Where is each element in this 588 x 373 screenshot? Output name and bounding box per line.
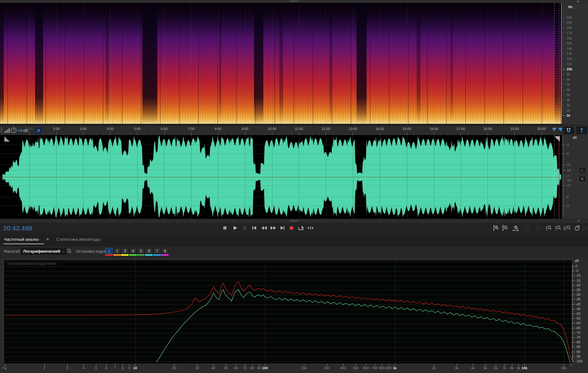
hz-tick (563, 12, 564, 13)
plot-freq-tick (226, 364, 226, 366)
hold-button-7[interactable]: 7 (154, 248, 161, 254)
plot-db-tick (572, 352, 575, 352)
plot-db-tick (572, 361, 575, 361)
timeline-major-tick (407, 132, 407, 135)
plot-db-tick (572, 337, 575, 338)
channel-badge-k[interactable]: K (579, 176, 586, 182)
copy-frame-icon[interactable] (66, 248, 72, 254)
scrollbar-arrow-icon[interactable]: ▲ (577, 219, 580, 222)
plot-freq-tick-label: 2 (43, 366, 45, 370)
fast-forward-button[interactable] (269, 224, 277, 232)
plot-freq-tick (327, 364, 327, 366)
rewind-button[interactable] (260, 224, 268, 232)
pin-playhead-button[interactable] (34, 126, 43, 135)
waveform-display[interactable] (0, 135, 562, 219)
hold-button-4[interactable]: 4 (129, 248, 137, 254)
tab-frequency-analysis[interactable]: Частотный анализ (4, 237, 39, 242)
amplitude-tick (563, 176, 565, 176)
loop-button[interactable] (297, 224, 305, 232)
hold-button-6[interactable]: 6 (145, 248, 153, 254)
marker-pin-button[interactable] (576, 126, 588, 135)
amplitude-tick-label: -18 (566, 179, 571, 182)
spectrogram-minute-gridline (110, 3, 110, 124)
hz-tick (563, 18, 564, 18)
record-button[interactable] (287, 224, 296, 232)
toolbar-grip-icon[interactable] (1, 128, 2, 133)
spectrogram-minute-gridline (245, 3, 245, 124)
plot-freq-tick-label: 300 (324, 366, 330, 370)
scale-dropdown-value: Логарифмический (23, 249, 60, 254)
play-button[interactable] (231, 224, 239, 232)
selection-start-handle[interactable] (552, 128, 556, 131)
spectrogram-minute-gridline (29, 3, 30, 124)
hz-tick-label: 13k (566, 52, 572, 55)
plot-freq-tick-label: 4 (83, 366, 84, 370)
hold-button-5[interactable]: 5 (137, 248, 144, 254)
hold-button-3[interactable]: 3 (121, 248, 129, 254)
timeline-major-tick (299, 132, 299, 135)
horizontal-scrollbar[interactable]: ▲ (0, 219, 588, 223)
selection-end-handle[interactable] (558, 128, 563, 131)
zoom-out-point-button[interactable]: } (554, 224, 562, 232)
plot-db-tick-label: -70 (575, 331, 580, 335)
skip-back-button[interactable] (250, 224, 258, 232)
stop-icon (221, 224, 229, 232)
spectrogram-minute-gridline (56, 3, 57, 124)
panel-menu-icon[interactable]: ≡ (46, 237, 49, 242)
scale-dropdown[interactable]: Логарифмический ⌄ (21, 248, 68, 255)
zoom-in-horizontal-button[interactable] (512, 224, 520, 232)
clock-icon[interactable] (10, 127, 18, 134)
tab-amplitude-statistics[interactable]: Статистика Амплитуды (56, 237, 100, 242)
plot-freq-tick (96, 364, 96, 366)
plot-freq-tick-label: 40 (211, 366, 215, 370)
timer-button[interactable] (573, 224, 581, 232)
plot-freq-tick-label: 1k (393, 366, 397, 370)
plot-db-tick-label: -60 (575, 321, 580, 325)
zoom-in-vertical-button[interactable] (492, 224, 500, 232)
level-meter-icon[interactable] (3, 127, 11, 134)
zoom-out-vertical-button[interactable] (501, 224, 509, 232)
stop-button[interactable] (221, 224, 229, 232)
db-unit-label: dB (573, 136, 577, 139)
panel-corner-widget-left[interactable] (4, 136, 10, 142)
channel-badge-l[interactable]: L (579, 168, 586, 173)
spectrogram-minute-gridline (137, 3, 138, 124)
spectrogram-quiet-band (450, 3, 453, 124)
gain-value[interactable]: +0 (18, 128, 23, 133)
zoom-in-point-button[interactable]: { (545, 224, 553, 232)
plot-db-tick-label: -40 (575, 303, 580, 306)
plot-freq-tick (512, 364, 512, 366)
time-display[interactable]: 20:42.488 (3, 225, 32, 232)
amplitude-tick (563, 197, 565, 197)
spectrogram-selection-line (554, 3, 555, 124)
plot-freq-tick-label: 900 (386, 366, 392, 370)
hold-button-8[interactable]: 8 (161, 248, 169, 254)
plot-freq-tick (84, 364, 84, 366)
magnet-button[interactable] (563, 126, 575, 135)
plot-freq-tick-label: 500 (353, 366, 358, 370)
hold-label: Остановка кадра: (76, 249, 107, 254)
plot-freq-tick (197, 364, 197, 366)
hold-color-bar-3 (121, 254, 129, 256)
hold-color-bar-5 (137, 254, 144, 256)
zoom-selection-button[interactable]: {} (563, 224, 571, 232)
hz-minor-tick (563, 103, 564, 103)
playhead-line[interactable] (559, 135, 559, 219)
skip-forward-button[interactable] (278, 224, 286, 232)
timeline-label: 17:00 (456, 127, 465, 131)
waveform-db-gridline (0, 206, 562, 206)
spot-button[interactable] (307, 224, 315, 232)
spectrogram-minute-gridline (272, 3, 272, 124)
audio-editor-window: ▼ Hz 20k19k18k17k16k15k14k13k12k11k10k9k… (0, 0, 588, 373)
plot-freq-tick (564, 364, 564, 366)
hold-button-1[interactable]: 1 (105, 248, 113, 254)
spectrogram-display[interactable] (0, 3, 562, 124)
hz-tick-label: 19k (566, 21, 572, 24)
timeline-major-tick (514, 132, 515, 135)
hz-tick-label: 6k (566, 88, 570, 92)
hold-color-bar-7 (153, 254, 161, 256)
timeline-label: 18:00 (483, 127, 492, 131)
hold-button-2[interactable]: 2 (114, 248, 121, 254)
plot-db-tick (572, 299, 575, 300)
panel-tabs-row: Частотный анализ ≡ Статистика Амплитуды (0, 234, 588, 247)
